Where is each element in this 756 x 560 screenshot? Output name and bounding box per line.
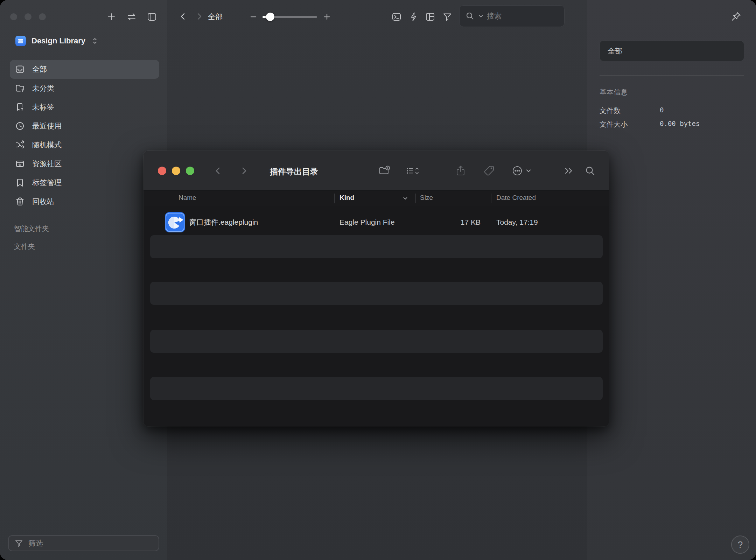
search-icon <box>465 11 475 21</box>
finder-search-icon[interactable] <box>582 163 598 178</box>
sidebar-item-recent[interactable]: 最近使用 <box>10 117 159 135</box>
shuffle-icon <box>15 140 25 150</box>
empty-row-stripe <box>150 377 603 400</box>
forward-icon[interactable] <box>193 10 205 22</box>
file-name: 窗口插件.eagleplugin <box>189 210 258 235</box>
help-button[interactable]: ? <box>731 536 749 554</box>
sidebar-item-label: 随机模式 <box>32 140 62 150</box>
minimize-button[interactable] <box>172 167 180 175</box>
finder-back-icon[interactable] <box>212 165 224 177</box>
chevron-down-icon[interactable] <box>524 163 533 178</box>
tag-manage-bookmark-icon <box>15 177 25 188</box>
empty-row-stripe <box>150 282 603 305</box>
more-ellipsis-icon[interactable] <box>510 163 525 178</box>
sidebar-item-trash[interactable]: 回收站 <box>10 192 159 211</box>
empty-row-stripe <box>150 235 603 258</box>
finder-titlebar[interactable]: 插件导出目录 <box>144 151 609 191</box>
recent-clock-icon <box>15 121 25 131</box>
finder-window-title: 插件导出目录 <box>248 166 340 177</box>
file-count-label: 文件数 <box>600 106 621 115</box>
column-date-created[interactable]: Date Created <box>496 194 536 202</box>
sidebar-nav: 全部 未分类 未标签 <box>0 60 167 211</box>
close-window-dot[interactable] <box>10 13 17 20</box>
sidebar-item-untagged[interactable]: 未标签 <box>10 98 159 117</box>
fullscreen-button[interactable] <box>186 167 194 175</box>
new-folder-icon[interactable] <box>377 163 392 178</box>
sync-arrows-icon[interactable] <box>125 10 138 23</box>
screen: Design Library 全部 未分类 <box>0 0 756 560</box>
slider-knob[interactable] <box>266 13 274 21</box>
zoom-window-dot[interactable] <box>39 13 46 20</box>
library-icon <box>15 36 26 46</box>
finder-list-content: 窗口插件.eagleplugin Eagle Plugin File 17 KB… <box>144 206 609 426</box>
file-date-created: Today, 17:19 <box>496 210 538 235</box>
add-icon[interactable] <box>105 10 118 23</box>
terminal-icon[interactable] <box>391 11 402 22</box>
lightning-icon[interactable] <box>408 11 419 22</box>
inspector-panel: 全部 基本信息 文件数 0 文件大小 0.00 bytes <box>587 0 756 560</box>
chevron-updown-icon <box>92 37 98 45</box>
column-divider[interactable] <box>415 194 416 203</box>
close-button[interactable] <box>158 167 166 175</box>
sidebar-item-label: 回收站 <box>32 197 54 206</box>
finder-window[interactable]: 插件导出目录 <box>144 151 609 426</box>
filter-input[interactable]: 筛选 <box>8 535 159 551</box>
inspector-title-field[interactable]: 全部 <box>600 41 744 61</box>
column-size[interactable]: Size <box>420 194 433 202</box>
column-divider[interactable] <box>334 194 335 203</box>
file-kind: Eagle Plugin File <box>340 210 395 235</box>
more-toolbar-items-icon[interactable] <box>561 163 576 178</box>
sidebar-section-folders[interactable]: 文件夹 <box>14 242 35 251</box>
sidebar: Design Library 全部 未分类 <box>0 0 167 560</box>
back-icon[interactable] <box>177 10 189 22</box>
chevron-down-icon[interactable] <box>478 13 484 19</box>
share-icon[interactable] <box>453 163 468 178</box>
sidebar-toolbar <box>105 10 158 23</box>
funnel-icon <box>14 539 23 548</box>
community-box-icon <box>15 159 25 169</box>
sidebar-item-tags[interactable]: 标签管理 <box>10 173 159 192</box>
column-kind[interactable]: Kind <box>340 194 354 202</box>
sidebar-item-label: 最近使用 <box>32 121 62 131</box>
sidebar-item-all[interactable]: 全部 <box>10 60 159 79</box>
window-controls-inactive[interactable] <box>10 13 46 20</box>
inspector-divider-line <box>600 75 744 76</box>
zoom-in-icon[interactable] <box>321 11 332 22</box>
column-divider[interactable] <box>491 194 491 203</box>
sidebar-item-community[interactable]: 资源社区 <box>10 154 159 173</box>
sidebar-item-random[interactable]: 随机模式 <box>10 135 159 154</box>
column-name[interactable]: Name <box>178 194 196 202</box>
sidebar-section-smart-folders[interactable]: 智能文件夹 <box>14 224 49 233</box>
pin-icon[interactable] <box>729 9 743 24</box>
file-row[interactable]: 窗口插件.eagleplugin Eagle Plugin File 17 KB… <box>144 210 609 235</box>
filter-placeholder: 筛选 <box>28 538 43 548</box>
finder-list-header: Name Kind Size Date Created <box>144 191 609 206</box>
layout-icon[interactable] <box>425 11 436 22</box>
file-count-value: 0 <box>660 106 664 114</box>
library-switcher[interactable]: Design Library <box>15 36 98 46</box>
toggle-sidebar-icon[interactable] <box>146 10 158 23</box>
current-view-title: 全部 <box>208 12 223 22</box>
minimize-window-dot[interactable] <box>24 13 31 20</box>
search-input[interactable]: 搜索 <box>459 5 565 27</box>
basic-info-heading: 基本信息 <box>600 88 628 97</box>
trash-icon <box>15 196 25 207</box>
file-size-value: 0.00 bytes <box>660 120 700 127</box>
sidebar-item-label: 资源社区 <box>32 159 62 169</box>
file-size-label: 文件大小 <box>600 120 628 129</box>
eagle-plugin-file-icon <box>164 212 186 233</box>
filter-funnel-icon[interactable] <box>442 11 453 22</box>
all-items-icon <box>15 64 25 75</box>
uncategorized-folder-icon <box>15 83 25 93</box>
sidebar-item-label: 标签管理 <box>32 178 62 188</box>
zoom-out-icon[interactable] <box>248 11 259 22</box>
sort-chevron-down-icon[interactable] <box>402 196 408 201</box>
finder-forward-icon[interactable] <box>238 165 250 177</box>
empty-row-stripe <box>150 330 603 353</box>
sidebar-item-label: 全部 <box>32 64 47 74</box>
tag-icon[interactable] <box>481 163 497 178</box>
list-view-sort-icon[interactable] <box>405 163 421 178</box>
sidebar-item-label: 未标签 <box>32 102 54 112</box>
sidebar-item-uncategorized[interactable]: 未分类 <box>10 79 159 98</box>
untagged-icon <box>15 102 25 112</box>
